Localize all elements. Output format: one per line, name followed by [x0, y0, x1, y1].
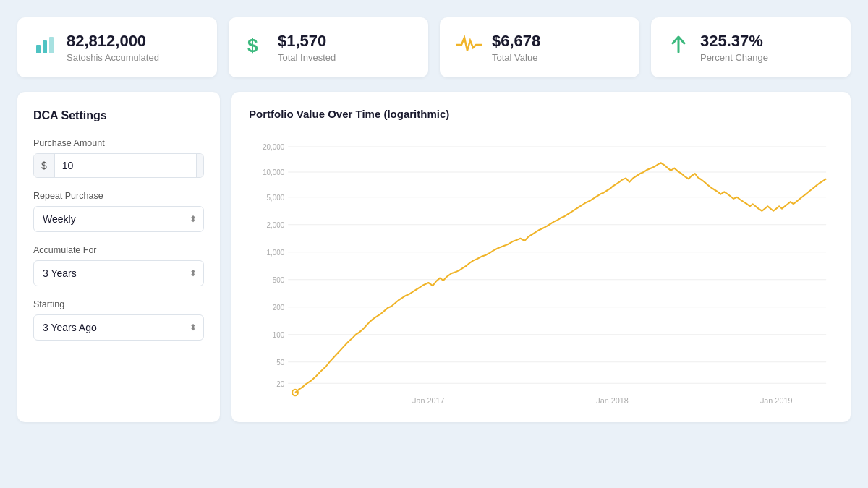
svg-rect-0: [36, 45, 41, 53]
repeat-label: Repeat Purchase: [33, 191, 204, 201]
purchase-amount-group: Purchase Amount $ .00: [33, 138, 204, 178]
accumulate-select-wrapper: 3 Years 1 Year 5 Years 10 Years ⬍: [33, 260, 204, 286]
accumulate-select[interactable]: 3 Years 1 Year 5 Years 10 Years: [33, 260, 204, 286]
chart-container: 20,000 10,000 5,000 2,000 1,000 500 200 …: [249, 132, 833, 406]
y-label-50: 50: [276, 359, 284, 367]
satoshis-card: 82,812,000 Satoshis Accumulated: [17, 17, 217, 77]
stats-cards: 82,812,000 Satoshis Accumulated $ $1,570…: [17, 17, 851, 77]
chart-title: Portfolio Value Over Time (logarithmic): [249, 108, 833, 120]
purchase-amount-input[interactable]: [55, 154, 196, 177]
settings-panel: DCA Settings Purchase Amount $ .00 Repea…: [17, 92, 220, 422]
y-label-5000: 5,000: [267, 194, 285, 202]
x-label-jan2019: Jan 2019: [760, 396, 793, 405]
repeat-select[interactable]: Weekly Daily Monthly: [33, 206, 204, 232]
svg-text:$: $: [247, 35, 258, 56]
chart-start-point: [292, 390, 298, 395]
total-value-label: Total Value: [492, 52, 540, 63]
satoshis-label: Satoshis Accumulated: [67, 52, 159, 63]
starting-label: Starting: [33, 299, 204, 309]
y-label-1000: 1,000: [267, 249, 285, 257]
accumulate-label: Accumulate For: [33, 245, 204, 255]
satoshis-text: 82,812,000 Satoshis Accumulated: [67, 32, 159, 63]
settings-title: DCA Settings: [33, 109, 204, 122]
percent-label: Percent Change: [700, 52, 768, 63]
repeat-purchase-group: Repeat Purchase Weekly Daily Monthly ⬍: [33, 191, 204, 232]
invested-label: Total Invested: [278, 52, 336, 63]
starting-select[interactable]: 3 Years Ago 1 Year Ago 5 Years Ago: [33, 314, 204, 341]
starting-select-wrapper: 3 Years Ago 1 Year Ago 5 Years Ago ⬍: [33, 314, 204, 341]
invested-text: $1,570 Total Invested: [278, 32, 336, 63]
y-label-100: 100: [273, 331, 285, 339]
cents-suffix: .00: [196, 154, 204, 177]
y-label-10000: 10,000: [263, 168, 284, 176]
svg-rect-2: [49, 37, 54, 53]
y-label-20000: 20,000: [263, 143, 284, 151]
y-label-20: 20: [276, 380, 284, 388]
chart-svg: 20,000 10,000 5,000 2,000 1,000 500 200 …: [249, 132, 833, 406]
total-value-value: $6,678: [492, 32, 540, 51]
total-value-card: $6,678 Total Value: [440, 17, 639, 77]
dollar-icon: $: [244, 33, 268, 61]
y-label-200: 200: [273, 304, 285, 312]
y-label-500: 500: [273, 276, 285, 284]
starting-group: Starting 3 Years Ago 1 Year Ago 5 Years …: [33, 299, 204, 341]
arrow-up-icon: [667, 33, 690, 61]
purchase-amount-label: Purchase Amount: [33, 138, 204, 148]
bottom-row: DCA Settings Purchase Amount $ .00 Repea…: [17, 92, 851, 422]
total-value-text: $6,678 Total Value: [492, 32, 540, 63]
repeat-select-wrapper: Weekly Daily Monthly ⬍: [33, 206, 204, 232]
y-label-2000: 2,000: [267, 221, 285, 229]
x-label-jan2017: Jan 2017: [412, 396, 445, 405]
x-label-jan2018: Jan 2018: [596, 396, 629, 405]
percent-value: 325.37%: [700, 32, 768, 51]
dollar-prefix: $: [34, 154, 55, 177]
purchase-amount-input-wrapper: $ .00: [33, 153, 204, 178]
invested-card: $ $1,570 Total Invested: [229, 17, 428, 77]
pulse-icon: [456, 35, 482, 60]
svg-rect-1: [43, 40, 47, 53]
accumulate-group: Accumulate For 3 Years 1 Year 5 Years 10…: [33, 245, 204, 286]
satoshis-value: 82,812,000: [67, 32, 159, 51]
invested-value: $1,570: [278, 32, 336, 51]
percent-change-card: 325.37% Percent Change: [651, 17, 851, 77]
chart-panel: Portfolio Value Over Time (logarithmic) …: [231, 92, 851, 422]
percent-text: 325.37% Percent Change: [700, 32, 768, 63]
bar-chart-icon: [33, 33, 56, 61]
